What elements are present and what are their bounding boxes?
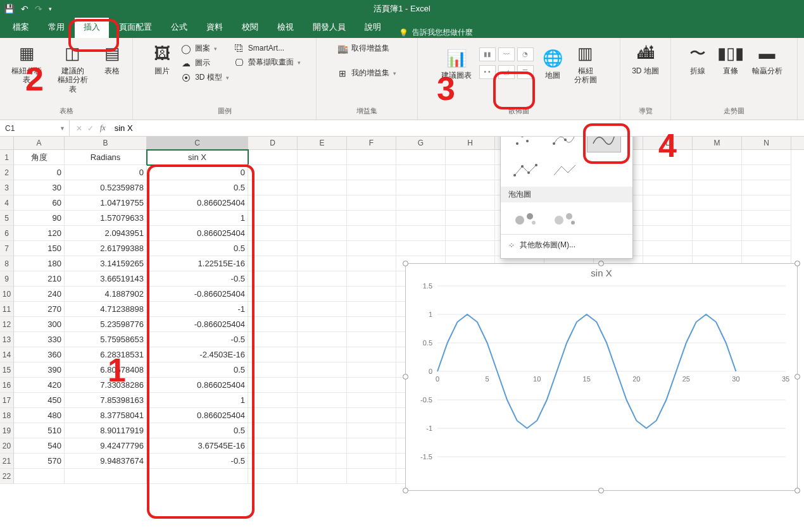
- column-header[interactable]: E: [298, 137, 347, 149]
- cell[interactable]: [65, 469, 147, 484]
- row-header[interactable]: 4: [0, 195, 14, 211]
- scatter-chart-button[interactable]: • •: [479, 65, 496, 79]
- cell[interactable]: [298, 454, 347, 469]
- row-header[interactable]: 3: [0, 180, 14, 195]
- cell[interactable]: [248, 362, 298, 378]
- cell[interactable]: 8.90117919: [65, 423, 147, 438]
- cell[interactable]: 2.61799388: [65, 241, 147, 256]
- cell[interactable]: [742, 241, 791, 256]
- scatter-smooth-markers-option[interactable]: [548, 137, 582, 152]
- cell[interactable]: 1: [147, 393, 248, 408]
- my-addins-button[interactable]: ⊞我的增益集▾: [337, 66, 396, 80]
- cell[interactable]: 0: [65, 165, 147, 180]
- cell[interactable]: [248, 150, 298, 165]
- cell[interactable]: [248, 271, 298, 287]
- cell[interactable]: 5.23598776: [65, 317, 147, 332]
- cell[interactable]: [147, 469, 248, 484]
- cell[interactable]: 1.22515E-16: [147, 256, 248, 271]
- cell[interactable]: [643, 165, 693, 180]
- cell[interactable]: [298, 347, 347, 362]
- cell[interactable]: 1.57079633: [65, 211, 147, 226]
- cell[interactable]: sin X: [147, 150, 248, 165]
- cell[interactable]: [298, 287, 347, 302]
- save-icon[interactable]: 💾: [4, 4, 15, 14]
- sparkline-column-button[interactable]: ▮▯▮ 直條: [717, 42, 744, 77]
- icons-button[interactable]: ☁圖示: [181, 56, 229, 70]
- cell[interactable]: [693, 150, 742, 165]
- cell[interactable]: [298, 332, 347, 347]
- map3d-button[interactable]: 🏙 3D 地圖: [629, 42, 662, 77]
- cell[interactable]: 270: [14, 302, 65, 317]
- row-header[interactable]: 15: [0, 362, 14, 378]
- row-header[interactable]: 8: [0, 256, 14, 271]
- bar-chart-button[interactable]: ☰: [517, 65, 534, 79]
- cell[interactable]: [742, 150, 791, 165]
- pictures-button[interactable]: 🖼 圖片: [148, 42, 176, 77]
- cell[interactable]: [248, 302, 298, 317]
- cell[interactable]: [693, 180, 742, 195]
- cell[interactable]: 1: [147, 211, 248, 226]
- tab-data[interactable]: 資料: [198, 18, 232, 38]
- cell[interactable]: [347, 195, 396, 211]
- cell[interactable]: [298, 165, 347, 180]
- cell[interactable]: [298, 438, 347, 454]
- tab-file[interactable]: 檔案: [4, 18, 38, 38]
- cell[interactable]: -0.5: [147, 332, 248, 347]
- cell[interactable]: 30: [14, 180, 65, 195]
- cell[interactable]: 5.75958653: [65, 332, 147, 347]
- cell[interactable]: [396, 241, 446, 256]
- cell[interactable]: 480: [14, 408, 65, 423]
- cell[interactable]: [347, 378, 396, 393]
- cell[interactable]: [248, 378, 298, 393]
- screenshot-button[interactable]: 🖵螢幕擷取畫面▾: [234, 56, 301, 69]
- cell[interactable]: 6.80678408: [65, 362, 147, 378]
- pivotchart-button[interactable]: ▥ 樞紐 分析圖: [572, 42, 600, 86]
- cell[interactable]: [693, 165, 742, 180]
- cell[interactable]: [742, 211, 791, 226]
- cell[interactable]: [298, 469, 347, 484]
- row-header[interactable]: 17: [0, 393, 14, 408]
- get-addins-button[interactable]: 🏬取得增益集: [337, 42, 396, 55]
- cell[interactable]: [742, 226, 791, 241]
- row-header[interactable]: 9: [0, 271, 14, 287]
- pivot-table-button[interactable]: ▦ 樞紐分析表: [6, 42, 47, 86]
- cell[interactable]: 0: [14, 165, 65, 180]
- table-button[interactable]: ▤ 表格: [98, 42, 126, 77]
- more-scatter-charts[interactable]: ⁘ 其他散佈圖(M)...: [501, 234, 632, 256]
- scatter-smooth-lines-option[interactable]: [587, 137, 621, 152]
- cell[interactable]: [298, 302, 347, 317]
- smartart-button[interactable]: ⿻SmartArt...: [234, 42, 301, 54]
- cell[interactable]: [298, 362, 347, 378]
- cell[interactable]: -0.866025404: [147, 287, 248, 302]
- cell[interactable]: [742, 165, 791, 180]
- cell[interactable]: [643, 241, 693, 256]
- fx-icon[interactable]: fx: [100, 123, 111, 133]
- cell[interactable]: [396, 180, 446, 195]
- cell[interactable]: [396, 226, 446, 241]
- cell[interactable]: 6.28318531: [65, 347, 147, 362]
- column-header[interactable]: M: [693, 137, 742, 149]
- cell[interactable]: [248, 423, 298, 438]
- cell[interactable]: [643, 211, 693, 226]
- cell[interactable]: [396, 165, 446, 180]
- cell[interactable]: [347, 271, 396, 287]
- cell[interactable]: 3.66519143: [65, 271, 147, 287]
- cell[interactable]: 0: [147, 165, 248, 180]
- row-header[interactable]: 10: [0, 287, 14, 302]
- cell[interactable]: [248, 241, 298, 256]
- cell[interactable]: [248, 408, 298, 423]
- row-header[interactable]: 19: [0, 423, 14, 438]
- recommended-pivot-button[interactable]: ◫ 建議的 樞紐分析表: [53, 42, 94, 95]
- cell[interactable]: 0.5: [147, 241, 248, 256]
- cell[interactable]: [298, 378, 347, 393]
- row-header[interactable]: 21: [0, 454, 14, 469]
- cell[interactable]: 420: [14, 378, 65, 393]
- maps-button[interactable]: 🌐 地圖: [539, 46, 567, 81]
- cell[interactable]: [248, 332, 298, 347]
- column-header[interactable]: D: [248, 137, 298, 149]
- cell[interactable]: [298, 423, 347, 438]
- cell[interactable]: [347, 408, 396, 423]
- cell[interactable]: 7.33038286: [65, 378, 147, 393]
- cell[interactable]: [14, 469, 65, 484]
- cell[interactable]: [347, 287, 396, 302]
